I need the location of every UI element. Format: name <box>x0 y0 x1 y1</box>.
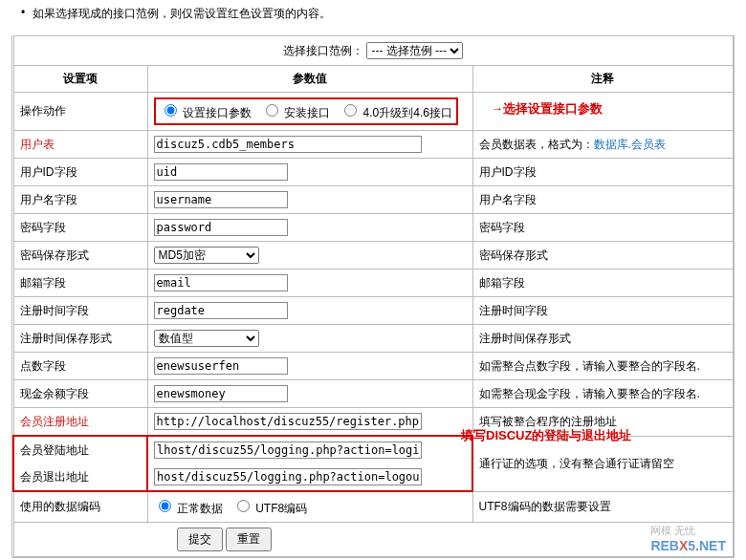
label-action: 操作动作 <box>13 93 147 131</box>
header-col3: 注释 <box>472 66 734 93</box>
label-login-url: 会员登陆地址 <box>13 436 147 463</box>
annotation-arrow-2: →填写DISCUZ的登陆与退出地址 <box>449 427 631 444</box>
radio-normal-enc[interactable]: 正常数据 <box>154 502 223 515</box>
row-regtime: 注册时间字段 注册时间字段 <box>13 297 734 325</box>
radio-utf8-enc[interactable]: UTF8编码 <box>232 502 307 515</box>
row-email: 邮箱字段 邮箱字段 <box>13 269 734 297</box>
select-pwd-save[interactable]: MD5加密 <box>154 247 259 264</box>
row-submit: 提交 重置 <box>13 523 734 557</box>
input-reg-url[interactable] <box>154 413 422 430</box>
label-uname: 用户名字段 <box>13 186 147 214</box>
template-row: 选择接口范例： --- 选择范例 --- <box>13 36 734 66</box>
watermark: 网模 无忧 REBX5.NET <box>650 524 726 553</box>
radio-install[interactable]: 安装接口 <box>261 106 330 119</box>
template-label: 选择接口范例： <box>283 44 363 57</box>
annotation-arrow-1: →选择设置接口参数 <box>491 100 603 118</box>
row-uid: 用户ID字段 用户ID字段 <box>13 159 734 186</box>
template-select[interactable]: --- 选择范例 --- <box>366 42 463 59</box>
select-regtime-save[interactable]: 数值型 <box>154 330 259 347</box>
input-regtime[interactable] <box>154 302 288 319</box>
input-user-table[interactable] <box>154 136 422 153</box>
note-user-table: 会员数据表，格式为：数据库.会员表 <box>472 131 734 159</box>
row-user-table: 用户表 会员数据表，格式为：数据库.会员表 <box>13 131 734 159</box>
label-reg-url: 会员注册地址 <box>13 408 147 437</box>
note-uname: 用户名字段 <box>472 186 734 214</box>
label-user-table: 用户表 <box>13 131 147 159</box>
row-pwd: 密码字段 密码字段 <box>13 214 734 242</box>
input-money[interactable] <box>154 385 288 402</box>
label-regtime: 注册时间字段 <box>13 297 147 325</box>
label-email: 邮箱字段 <box>13 269 147 297</box>
label-money: 现金余额字段 <box>13 380 147 408</box>
label-pwd-save: 密码保存形式 <box>13 242 147 269</box>
note-pwd: 密码字段 <box>472 214 734 242</box>
input-pwd[interactable] <box>154 219 288 236</box>
note-email: 邮箱字段 <box>472 269 734 297</box>
row-encoding: 使用的数据编码 正常数据 UTF8编码 UTF8编码的数据需要设置 <box>13 491 734 523</box>
input-logout-url[interactable] <box>154 468 422 485</box>
row-uname: 用户名字段 用户名字段 <box>13 186 734 214</box>
input-uname[interactable] <box>154 191 288 208</box>
input-point[interactable] <box>154 357 288 375</box>
info-note: 如果选择现成的接口范例，则仅需设置红色设置项的内容。 <box>0 0 746 35</box>
note-regtime: 注册时间字段 <box>472 297 734 325</box>
main-form: →选择设置接口参数 →填写DISCUZ的登陆与退出地址 选择接口范例： --- … <box>11 35 735 558</box>
input-uid[interactable] <box>154 163 288 181</box>
label-regtime-save: 注册时间保存形式 <box>13 325 147 353</box>
submit-button[interactable]: 提交 <box>177 528 223 551</box>
radio-set-params[interactable]: 设置接口参数 <box>160 106 252 119</box>
header-col2: 参数值 <box>147 66 472 93</box>
header-row: 设置项 参数值 注释 <box>13 66 734 93</box>
label-uid: 用户ID字段 <box>13 159 147 186</box>
label-pwd: 密码字段 <box>13 214 147 242</box>
note-uid: 用户ID字段 <box>472 159 734 186</box>
note-point: 如需整合点数字段，请输入要整合的字段名. <box>472 353 734 380</box>
input-login-url[interactable] <box>154 442 422 459</box>
note-pwd-save: 密码保存形式 <box>472 242 734 269</box>
radio-upgrade[interactable]: 4.0升级到4.6接口 <box>340 106 452 119</box>
settings-table: 选择接口范例： --- 选择范例 --- 设置项 参数值 注释 操作动作 设置接… <box>12 35 734 557</box>
row-money: 现金余额字段 如需整合现金字段，请输入要整合的字段名. <box>13 380 734 408</box>
note-money: 如需整合现金字段，请输入要整合的字段名. <box>472 380 734 408</box>
reset-button[interactable]: 重置 <box>226 528 272 551</box>
link-db-member[interactable]: 数据库.会员表 <box>594 138 666 151</box>
row-pwd-save: 密码保存形式 MD5加密 密码保存形式 <box>13 242 734 269</box>
action-options-box: 设置接口参数 安装接口 4.0升级到4.6接口 <box>154 97 458 125</box>
input-email[interactable] <box>154 274 288 291</box>
header-col1: 设置项 <box>13 66 147 93</box>
row-regtime-save: 注册时间保存形式 数值型 注册时间保存形式 <box>13 325 734 353</box>
label-logout-url: 会员退出地址 <box>13 463 147 491</box>
row-point: 点数字段 如需整合点数字段，请输入要整合的字段名. <box>13 353 734 380</box>
note-regtime-save: 注册时间保存形式 <box>472 325 734 353</box>
label-encoding: 使用的数据编码 <box>13 491 147 523</box>
label-point: 点数字段 <box>13 353 147 380</box>
note-encoding: UTF8编码的数据需要设置 <box>472 491 734 523</box>
row-action: 操作动作 设置接口参数 安装接口 4.0升级到4.6接口 <box>13 93 734 131</box>
